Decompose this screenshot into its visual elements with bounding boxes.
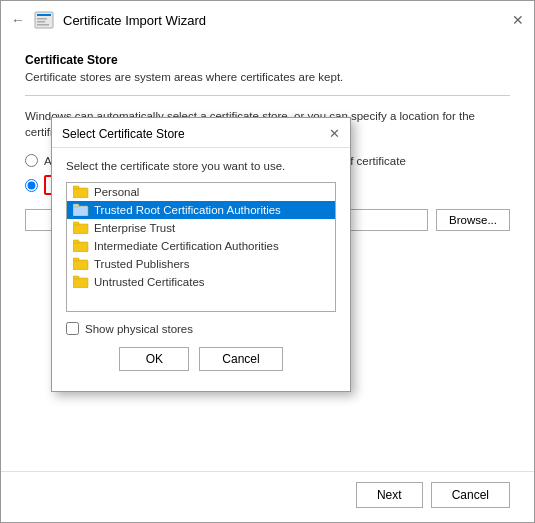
main-content: Certificate Store Certificate stores are… [1, 37, 534, 471]
svg-rect-10 [73, 222, 79, 225]
cert-store-tree[interactable]: PersonalTrusted Root Certification Autho… [66, 182, 336, 312]
svg-rect-8 [73, 204, 79, 207]
svg-rect-14 [73, 258, 79, 261]
title-bar: ← Certificate Import Wizard ✕ [1, 1, 534, 37]
tree-item[interactable]: Trusted Root Certification Authorities [67, 201, 335, 219]
radio-manual[interactable] [25, 179, 38, 192]
show-physical-label: Show physical stores [85, 323, 193, 335]
section-title: Certificate Store [25, 53, 510, 67]
svg-rect-6 [73, 186, 79, 189]
tree-item-label: Intermediate Certification Authorities [94, 240, 279, 252]
divider [25, 95, 510, 96]
tree-item[interactable]: Trusted Publishers [67, 255, 335, 273]
dialog-cancel-button[interactable]: Cancel [199, 347, 282, 371]
back-button[interactable]: ← [11, 12, 25, 28]
close-button[interactable]: ✕ [512, 13, 524, 27]
folder-icon [73, 239, 89, 253]
dialog-ok-button[interactable]: OK [119, 347, 189, 371]
tree-item-label: Trusted Publishers [94, 258, 189, 270]
show-physical-checkbox[interactable] [66, 322, 79, 335]
browse-button[interactable]: Browse... [436, 209, 510, 231]
svg-rect-13 [73, 260, 88, 270]
svg-rect-11 [73, 242, 88, 252]
dialog-description: Select the certificate store you want to… [66, 160, 336, 172]
select-cert-dialog: Select Certificate Store ✕ Select the ce… [51, 117, 351, 392]
show-physical-row: Show physical stores [66, 322, 336, 335]
dialog-title: Select Certificate Store [62, 127, 185, 141]
svg-rect-2 [37, 18, 47, 20]
dialog-close-button[interactable]: ✕ [329, 126, 340, 141]
folder-icon [73, 257, 89, 271]
folder-icon [73, 221, 89, 235]
tree-item-label: Personal [94, 186, 139, 198]
svg-rect-3 [37, 21, 45, 23]
tree-item[interactable]: Untrusted Certificates [67, 273, 335, 291]
radio-auto[interactable] [25, 154, 38, 167]
svg-rect-12 [73, 240, 79, 243]
tree-item-label: Trusted Root Certification Authorities [94, 204, 281, 216]
cancel-button[interactable]: Cancel [431, 482, 510, 508]
svg-rect-9 [73, 224, 88, 234]
tree-item-label: Untrusted Certificates [94, 276, 205, 288]
window-footer: Next Cancel [1, 471, 534, 522]
window-title: Certificate Import Wizard [63, 13, 206, 28]
tree-item[interactable]: Intermediate Certification Authorities [67, 237, 335, 255]
folder-icon [73, 275, 89, 289]
folder-icon [73, 203, 89, 217]
dialog-body: Select the certificate store you want to… [52, 148, 350, 391]
svg-rect-1 [37, 14, 51, 16]
tree-item[interactable]: Enterprise Trust [67, 219, 335, 237]
tree-item-label: Enterprise Trust [94, 222, 175, 234]
wizard-icon [33, 9, 55, 31]
main-window: ← Certificate Import Wizard ✕ Certificat… [0, 0, 535, 523]
folder-icon [73, 185, 89, 199]
svg-rect-7 [73, 206, 88, 216]
svg-rect-15 [73, 278, 88, 288]
tree-item[interactable]: Personal [67, 183, 335, 201]
next-button[interactable]: Next [356, 482, 423, 508]
svg-rect-4 [37, 24, 49, 26]
section-desc: Certificate stores are system areas wher… [25, 71, 510, 83]
svg-rect-16 [73, 276, 79, 279]
svg-rect-5 [73, 188, 88, 198]
dialog-titlebar: Select Certificate Store ✕ [52, 118, 350, 148]
title-bar-left: ← Certificate Import Wizard [11, 9, 512, 31]
dialog-footer: OK Cancel [66, 347, 336, 381]
